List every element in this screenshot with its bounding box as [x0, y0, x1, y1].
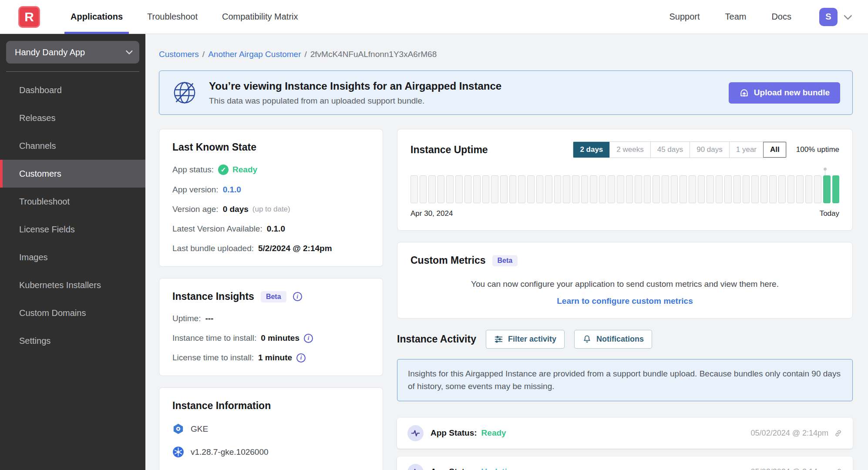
uptime-bar[interactable]	[536, 175, 544, 203]
uptime-bar[interactable]	[572, 175, 579, 203]
event-link-icon[interactable]	[834, 429, 842, 437]
uptime-bar[interactable]	[599, 175, 606, 203]
airgap-history-notice: Insights for this Airgapped Instance are…	[397, 359, 853, 401]
uptime-bar[interactable]	[805, 175, 813, 203]
top-nav-item-support[interactable]: Support	[669, 12, 700, 22]
uptime-bar[interactable]	[500, 175, 508, 203]
sidebar-item-custom-domains[interactable]: Custom Domains	[0, 299, 145, 327]
range-90-days[interactable]: 90 days	[690, 142, 729, 158]
sidebar-item-customers[interactable]: Customers	[0, 160, 145, 188]
range-2-days[interactable]: 2 days	[573, 142, 609, 158]
upload-new-bundle-button[interactable]: Upload new bundle	[729, 82, 840, 104]
range-1-year[interactable]: 1 year	[729, 142, 763, 158]
breadcrumb-link[interactable]: Customers	[159, 50, 199, 59]
avatar-letter: S	[825, 12, 831, 22]
uptime-percentage: 100% uptime	[796, 145, 839, 154]
sidebar-item-license-fields[interactable]: License Fields	[0, 215, 145, 243]
sidebar-item-channels[interactable]: Channels	[0, 132, 145, 160]
uptime-bar[interactable]	[446, 175, 454, 203]
uptime-bar[interactable]	[707, 175, 714, 203]
uptime-bar[interactable]	[617, 175, 624, 203]
state-row-value: 5/2/2024 @ 2:14pm	[258, 244, 332, 253]
sidebar-item-images[interactable]: Images	[0, 243, 145, 271]
sidebar-item-dashboard[interactable]: Dashboard	[0, 76, 145, 104]
uptime-chart: Apr 30, 2024 Today	[410, 175, 839, 218]
insight-row-label: License time to install:	[172, 353, 254, 363]
uptime-bar[interactable]	[437, 175, 445, 203]
sidebar-item-releases[interactable]: Releases	[0, 104, 145, 132]
event-link-icon[interactable]	[834, 468, 842, 470]
uptime-bar[interactable]	[491, 175, 498, 203]
uptime-bar[interactable]	[563, 175, 570, 203]
account-menu[interactable]: S	[819, 8, 850, 26]
uptime-bar[interactable]	[554, 175, 562, 203]
uptime-bar[interactable]	[832, 175, 840, 203]
top-nav-item-docs[interactable]: Docs	[771, 12, 791, 22]
activity-event-row[interactable]: App Status:Updating05/02/2024 @ 2:14pm	[397, 457, 853, 470]
uptime-bar[interactable]	[527, 175, 535, 203]
uptime-bar[interactable]	[716, 175, 723, 203]
uptime-header: Instance Uptime 2 days2 weeks45 days90 d…	[410, 141, 839, 158]
filter-activity-button[interactable]: Filter activity	[486, 330, 565, 349]
range-all[interactable]: All	[763, 142, 786, 158]
sidebar-item-troubleshoot[interactable]: Troubleshoot	[0, 188, 145, 215]
sidebar-item-kubernetes-installers[interactable]: Kubernetes Installers	[0, 271, 145, 299]
avatar[interactable]: S	[819, 8, 838, 26]
uptime-bar[interactable]	[626, 175, 633, 203]
uptime-bar[interactable]	[787, 175, 795, 203]
breadcrumb-link[interactable]: Another Airgap Customer	[208, 50, 301, 59]
state-row-label: Last bundle uploaded:	[172, 244, 254, 253]
uptime-bar[interactable]	[410, 175, 418, 203]
uptime-bar[interactable]	[796, 175, 804, 203]
uptime-bar[interactable]	[680, 175, 687, 203]
uptime-bar[interactable]	[482, 175, 490, 203]
top-nav-item-team[interactable]: Team	[725, 12, 747, 22]
uptime-bar[interactable]	[724, 175, 732, 203]
uptime-bar[interactable]	[455, 175, 463, 203]
sidebar-item-settings[interactable]: Settings	[0, 327, 145, 355]
uptime-bar[interactable]	[509, 175, 517, 203]
uptime-bar[interactable]	[662, 175, 669, 203]
instance-info-value: v1.28.7-gke.1026000	[191, 447, 269, 457]
top-nav-item-compatibility-matrix[interactable]: Compatibility Matrix	[210, 0, 310, 34]
range-2-weeks[interactable]: 2 weeks	[609, 142, 650, 158]
uptime-bar[interactable]	[814, 175, 821, 203]
uptime-bar[interactable]	[581, 175, 589, 203]
uptime-bar[interactable]	[733, 175, 741, 203]
uptime-bar[interactable]	[644, 175, 651, 203]
replicated-logo[interactable]: R	[18, 6, 40, 28]
event-label: App Status:	[431, 467, 477, 470]
uptime-bar[interactable]	[518, 175, 525, 203]
info-icon[interactable]: i	[293, 292, 302, 301]
uptime-bar[interactable]	[635, 175, 642, 203]
uptime-bar[interactable]	[698, 175, 705, 203]
uptime-bar[interactable]	[689, 175, 696, 203]
uptime-bar[interactable]	[428, 175, 436, 203]
range-45-days[interactable]: 45 days	[650, 142, 690, 158]
uptime-bar[interactable]	[823, 175, 831, 203]
uptime-bar[interactable]	[590, 175, 597, 203]
activity-event-row[interactable]: App Status:Ready05/02/2024 @ 2:14pm	[397, 418, 853, 449]
top-nav-item-troubleshoot[interactable]: Troubleshoot	[135, 0, 210, 34]
uptime-bar[interactable]	[420, 175, 427, 203]
info-icon[interactable]: i	[304, 334, 313, 343]
chevron-down-icon[interactable]	[844, 11, 852, 20]
uptime-bar[interactable]	[653, 175, 660, 203]
app-version-link[interactable]: 0.1.0	[223, 185, 241, 195]
notifications-button[interactable]: Notifications	[574, 330, 652, 349]
uptime-bar[interactable]	[778, 175, 786, 203]
uptime-bar[interactable]	[545, 175, 552, 203]
right-column: Instance Uptime 2 days2 weeks45 days90 d…	[397, 129, 853, 470]
uptime-bar[interactable]	[464, 175, 472, 203]
info-icon[interactable]: i	[296, 353, 306, 363]
uptime-bar[interactable]	[751, 175, 759, 203]
uptime-bar[interactable]	[608, 175, 615, 203]
uptime-bar[interactable]	[473, 175, 481, 203]
uptime-bar[interactable]	[671, 175, 678, 203]
uptime-bar[interactable]	[743, 175, 750, 203]
app-selector-dropdown[interactable]: Handy Dandy App	[6, 41, 139, 64]
top-nav-item-applications[interactable]: Applications	[58, 0, 135, 34]
uptime-bar[interactable]	[760, 175, 768, 203]
uptime-bar[interactable]	[769, 175, 777, 203]
configure-custom-metrics-link[interactable]: Learn to configure custom metrics	[410, 296, 839, 306]
